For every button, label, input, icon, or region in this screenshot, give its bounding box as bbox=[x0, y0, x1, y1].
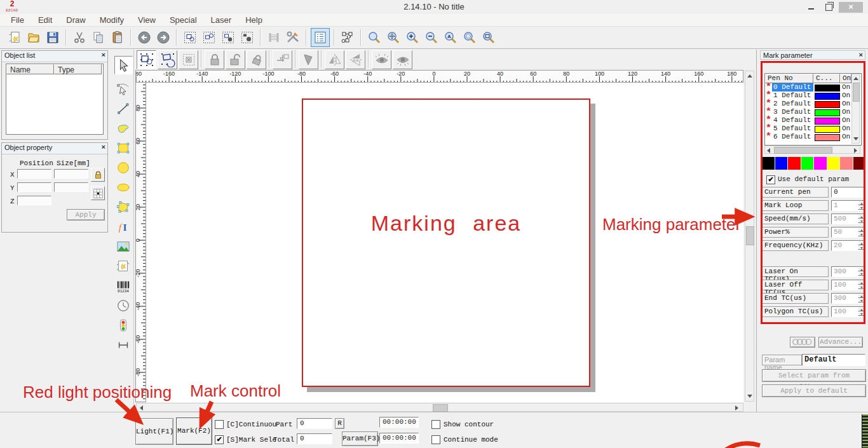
canvas-horizontal-scrollbar[interactable] bbox=[136, 403, 743, 412]
barcode-tool-button[interactable]: 01234 bbox=[114, 277, 132, 294]
spinner-up-icon[interactable] bbox=[858, 280, 865, 285]
menu-special[interactable]: Special bbox=[163, 14, 204, 26]
polygon-tool-button[interactable] bbox=[114, 198, 132, 215]
spinner-control[interactable] bbox=[858, 294, 865, 303]
show-contour-checkbox[interactable] bbox=[431, 420, 440, 429]
menu-draw[interactable]: Draw bbox=[59, 14, 92, 26]
close-button[interactable]: × bbox=[839, 2, 863, 13]
spinner-control[interactable] bbox=[858, 214, 865, 224]
text-tool-button[interactable]: fI bbox=[114, 218, 132, 235]
mark-parameter-close-icon[interactable]: × bbox=[859, 51, 863, 58]
spinner-down-icon[interactable] bbox=[858, 271, 865, 276]
unlock-button[interactable] bbox=[226, 50, 245, 69]
spinner-down-icon[interactable] bbox=[858, 232, 865, 236]
spinner-control[interactable] bbox=[858, 227, 865, 237]
color-swatch[interactable] bbox=[853, 157, 866, 170]
zoom-selection-button[interactable] bbox=[461, 29, 478, 46]
spinner-up-icon[interactable] bbox=[858, 294, 865, 298]
spinner-control[interactable] bbox=[858, 241, 865, 250]
color-swatch[interactable] bbox=[801, 157, 814, 170]
column-header-type[interactable]: Type bbox=[54, 64, 102, 74]
pen-row[interactable]: *6 DefaultOn bbox=[765, 133, 851, 141]
pen-row[interactable]: *1 DefaultOn bbox=[765, 92, 851, 100]
pen-row[interactable]: *2 DefaultOn bbox=[765, 100, 851, 108]
lock-partial-button[interactable] bbox=[247, 50, 266, 69]
pen-color-swatch[interactable] bbox=[815, 93, 840, 100]
menu-modify[interactable]: Modify bbox=[93, 14, 131, 26]
preview-show-button[interactable] bbox=[372, 50, 391, 69]
apply-to-default-button[interactable]: Apply to default bbox=[762, 384, 866, 397]
spinner-up-icon[interactable] bbox=[858, 227, 865, 232]
pen-no-column-header[interactable]: Pen No bbox=[765, 74, 813, 83]
rectangle-tool-button[interactable] bbox=[114, 139, 132, 156]
menu-edit[interactable]: Edit bbox=[31, 14, 59, 26]
spinner-up-icon[interactable] bbox=[858, 201, 865, 205]
pen-color-swatch[interactable] bbox=[815, 109, 840, 116]
new-file-button[interactable] bbox=[6, 29, 24, 46]
anchor-grid-button[interactable] bbox=[91, 186, 105, 200]
object-list-table[interactable]: Name Type bbox=[6, 64, 104, 135]
spinner-control[interactable] bbox=[858, 280, 865, 290]
pen-scroll-thumb[interactable] bbox=[853, 83, 860, 102]
minimize-button[interactable] bbox=[802, 2, 820, 13]
scroll-down-icon[interactable] bbox=[747, 395, 752, 398]
pen-color-swatch[interactable] bbox=[815, 126, 840, 133]
pen-table[interactable]: Pen No C... On.. *0 DefaultOn*1 DefaultO… bbox=[764, 73, 862, 146]
spinner-down-icon[interactable] bbox=[858, 298, 865, 302]
vector-file-tool-button[interactable] bbox=[114, 257, 132, 275]
move-to-origin-button[interactable] bbox=[273, 50, 292, 69]
scroll-right-icon[interactable] bbox=[735, 405, 738, 411]
size-y-input[interactable] bbox=[54, 182, 88, 192]
spinner-control[interactable] bbox=[858, 307, 865, 316]
spinner-control[interactable] bbox=[858, 201, 865, 210]
mirror-vertical-button[interactable] bbox=[346, 50, 365, 69]
delay-tool-button[interactable] bbox=[114, 297, 132, 314]
object-list-close-icon[interactable]: × bbox=[102, 51, 105, 58]
pen-color-swatch[interactable] bbox=[815, 134, 840, 141]
spinner-down-icon[interactable] bbox=[858, 205, 865, 210]
menu-help[interactable]: Help bbox=[238, 14, 269, 26]
paste-button[interactable] bbox=[109, 29, 126, 46]
color-swatch[interactable] bbox=[775, 157, 788, 170]
continue-mode-checkbox[interactable] bbox=[431, 435, 440, 444]
aspect-lock-button[interactable] bbox=[91, 168, 105, 182]
color-swatch[interactable] bbox=[840, 157, 853, 170]
pen-row[interactable]: *3 DefaultOn bbox=[765, 108, 851, 116]
advance-button[interactable]: Advance... bbox=[818, 337, 863, 348]
mark-selected-checkbox[interactable]: ✔ bbox=[215, 435, 224, 444]
scroll-up-icon[interactable] bbox=[747, 74, 752, 78]
reset-count-button[interactable]: R bbox=[335, 418, 344, 429]
select-param-library-button[interactable]: Select param from library bbox=[762, 369, 866, 382]
node-edit-tool-button[interactable] bbox=[114, 80, 132, 97]
cut-button[interactable] bbox=[71, 29, 88, 46]
param-name-field[interactable]: Default bbox=[802, 354, 865, 366]
curve-tool-button[interactable] bbox=[114, 119, 132, 137]
open-file-button[interactable] bbox=[25, 29, 43, 46]
pen-row[interactable]: *4 DefaultOn bbox=[765, 116, 851, 125]
pen-row[interactable]: *5 DefaultOn bbox=[765, 125, 851, 133]
spinner-up-icon[interactable] bbox=[858, 214, 865, 219]
copy-button[interactable] bbox=[90, 29, 107, 46]
zoom-all-button[interactable]: A bbox=[442, 29, 459, 46]
pen-scroll-left-icon[interactable] bbox=[767, 148, 770, 153]
scroll-left-icon[interactable] bbox=[140, 405, 143, 411]
pen-scroll-down-icon[interactable] bbox=[853, 137, 858, 140]
pen-color-swatch[interactable] bbox=[815, 101, 840, 108]
snap-point-button[interactable] bbox=[238, 29, 256, 46]
mirror-horizontal-button[interactable] bbox=[325, 50, 344, 69]
object-property-close-icon[interactable]: × bbox=[102, 143, 105, 151]
restore-button[interactable] bbox=[820, 2, 837, 13]
position-z-input[interactable] bbox=[17, 196, 51, 205]
spinner-down-icon[interactable] bbox=[858, 245, 865, 250]
pen-row[interactable]: *0 DefaultOn bbox=[765, 83, 851, 92]
pen-scroll-right-icon[interactable] bbox=[854, 148, 857, 153]
save-file-button[interactable] bbox=[44, 29, 62, 46]
position-y-input[interactable] bbox=[17, 182, 51, 192]
circle-tool-button[interactable] bbox=[114, 159, 132, 176]
color-swatch[interactable] bbox=[827, 157, 840, 170]
light-f1-button[interactable]: Light(F1) bbox=[135, 418, 173, 445]
pen-scroll-up-icon[interactable] bbox=[853, 77, 858, 80]
transform-rotate-button[interactable] bbox=[158, 50, 177, 69]
spinner-down-icon[interactable] bbox=[858, 219, 865, 223]
transform-array-button[interactable] bbox=[179, 50, 198, 69]
